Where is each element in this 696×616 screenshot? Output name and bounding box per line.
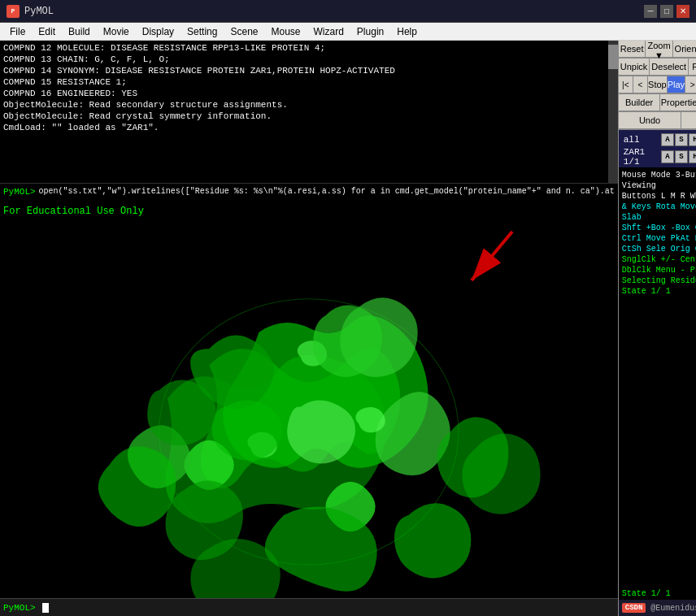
maximize-button[interactable]: □ <box>660 5 673 18</box>
mouse-info-line: DblClk Menu - PkAt <box>622 265 696 275</box>
play-button[interactable]: Play <box>668 76 685 93</box>
builder-button[interactable]: Builder <box>619 94 661 111</box>
left-panel: COMPND 12 MOLECULE: DISEASE RESISTANCE R… <box>0 41 618 616</box>
right-panel: Reset Zoom ▼ Orient Draw/Ray ▼ Unpick De… <box>618 41 696 616</box>
educational-watermark: For Educational Use Only <box>3 206 144 217</box>
molecule-display <box>0 199 618 598</box>
csdn-logo: CSDN <box>622 603 646 613</box>
csdn-author: @Eumenidus <box>650 604 696 613</box>
menu-item-help[interactable]: Help <box>390 24 424 39</box>
mouse-info-line: State 1/ 1 <box>622 286 696 297</box>
properties-button[interactable]: Properties <box>660 94 696 111</box>
mouse-mode-info: Mouse Mode 3-Button ViewingButtons L M R… <box>619 167 696 587</box>
object-name-label: ZAR1 1/1 <box>620 147 660 167</box>
obj-btn-h[interactable]: H <box>689 133 696 146</box>
console-line: COMPND 12 MOLECULE: DISEASE RESISTANCE R… <box>3 42 615 54</box>
menu-item-scene[interactable]: Scene <box>224 24 264 39</box>
console-line: ObjectMolecule: Read crystal symmetry in… <box>3 111 615 122</box>
bottom-prompt: PyMOL> <box>3 603 36 613</box>
svg-line-2 <box>472 232 512 280</box>
reset-button[interactable]: Reset <box>619 41 646 58</box>
console-lines: COMPND 12 MOLECULE: DISEASE RESISTANCE R… <box>3 42 615 133</box>
object-name-label: all <box>620 135 660 145</box>
object-row: ZAR1 1/1ASHL <box>620 149 696 165</box>
bottom-status-bar: PyMOL> <box>0 598 618 616</box>
button-row-1: Reset Zoom ▼ Orient Draw/Ray ▼ <box>619 41 696 59</box>
stop-button[interactable]: Stop <box>648 76 668 93</box>
minimize-button[interactable]: ─ <box>644 5 657 18</box>
app-title: PyMOL <box>24 6 644 17</box>
mouse-info-line: Buttons L M R Wheel <box>622 191 696 202</box>
menu-item-setting[interactable]: Setting <box>181 24 224 39</box>
menu-item-build[interactable]: Build <box>62 24 97 39</box>
menu-item-file[interactable]: File <box>3 24 32 39</box>
console-line: COMPND 15 RESISTANCE 1; <box>3 76 615 88</box>
obj-btn-h[interactable]: H <box>689 150 696 163</box>
mouse-info-line: Mouse Mode 3-Button Viewing <box>622 170 696 191</box>
menu-item-mouse[interactable]: Mouse <box>264 24 307 39</box>
main-layout: COMPND 12 MOLECULE: DISEASE RESISTANCE R… <box>0 41 696 616</box>
cmd-text: open("ss.txt","w").writelines(["Residue … <box>39 187 615 196</box>
obj-btn-a[interactable]: A <box>661 150 674 163</box>
console-output: COMPND 12 MOLECULE: DISEASE RESISTANCE R… <box>0 41 618 183</box>
nav-row: |< < Stop Play > >| MClear <box>619 76 696 94</box>
command-line: PyMOL> open("ss.txt","w").writelines(["R… <box>0 183 618 199</box>
undo-button[interactable]: Undo <box>619 112 682 129</box>
csdn-bar: CSDN @Eumenidus <box>619 600 696 616</box>
close-button[interactable]: ✕ <box>676 5 689 18</box>
redo-button[interactable]: Redo <box>681 112 696 129</box>
mouse-info-line: Selecting Residues <box>622 275 696 286</box>
orient-button[interactable]: Orient <box>673 41 696 58</box>
menu-item-wizard[interactable]: Wizard <box>307 24 350 39</box>
menu-item-plugin[interactable]: Plugin <box>350 24 390 39</box>
console-scrollbar[interactable] <box>608 41 618 183</box>
button-row-2: Unpick Deselect Rock Get View <box>619 59 696 76</box>
console-line: COMPND 14 SYNONYM: DISEASE RESISTANCE PR… <box>3 65 615 76</box>
mouse-info-line: SnglClk +/- Cent Menu <box>622 254 696 265</box>
unpick-button[interactable]: Unpick <box>619 59 650 76</box>
back-button[interactable]: < <box>633 76 648 93</box>
window-controls: ─ □ ✕ <box>644 5 689 18</box>
forward-button[interactable]: > <box>685 76 696 93</box>
zoom-button[interactable]: Zoom ▼ <box>646 41 672 58</box>
rock-button[interactable]: Rock <box>689 59 696 76</box>
scrollbar-thumb <box>608 45 618 69</box>
state-bar: State 1/ 1 <box>619 587 696 600</box>
back-start-button[interactable]: |< <box>619 76 633 93</box>
viewport-3d: For Educational Use Only <box>0 199 618 598</box>
menu-item-display[interactable]: Display <box>136 24 181 39</box>
undo-redo-row: Undo Redo <box>619 112 696 130</box>
red-arrow <box>455 215 520 300</box>
console-line: CmdLoad: "" loaded as "ZAR1". <box>3 122 615 133</box>
app-icon: P <box>7 5 20 18</box>
mouse-info-line: Shft +Box -Box Clip MovS <box>622 223 696 233</box>
titlebar: P PyMOL ─ □ ✕ <box>0 0 696 23</box>
mouse-info-line: Ctrl Move PkAt Pk1 MovS <box>622 233 696 244</box>
molecule-svg <box>0 199 618 598</box>
object-row: allASHL <box>620 132 696 148</box>
obj-btn-a[interactable]: A <box>661 133 674 146</box>
mid-button-row: Builder Properties Rebuild <box>619 94 696 112</box>
console-line: COMPND 13 CHAIN: G, C, F, L, O; <box>3 54 615 65</box>
menu-item-movie[interactable]: Movie <box>97 24 136 39</box>
menu-item-edit[interactable]: Edit <box>32 24 62 39</box>
mouse-info-line: CtSh Sele Orig Clip MovZ <box>622 244 696 254</box>
deselect-button[interactable]: Deselect <box>650 59 689 76</box>
console-line: COMPND 16 ENGINEERED: YES <box>3 88 615 99</box>
obj-btn-s[interactable]: S <box>675 150 688 163</box>
obj-btn-s[interactable]: S <box>675 133 688 146</box>
object-list: allASHL ZAR1 1/1ASHL <box>619 130 696 167</box>
state-text: State 1/ 1 <box>622 589 671 598</box>
mouse-info-line: & Keys Rota Move MovZ Slab <box>622 202 696 223</box>
cmd-prompt: PyMOL> <box>3 187 36 197</box>
console-line: ObjectMolecule: Read secondary structure… <box>3 99 615 111</box>
bottom-cursor <box>42 602 49 612</box>
menubar: FileEditBuildMovieDisplaySettingSceneMou… <box>0 23 696 41</box>
